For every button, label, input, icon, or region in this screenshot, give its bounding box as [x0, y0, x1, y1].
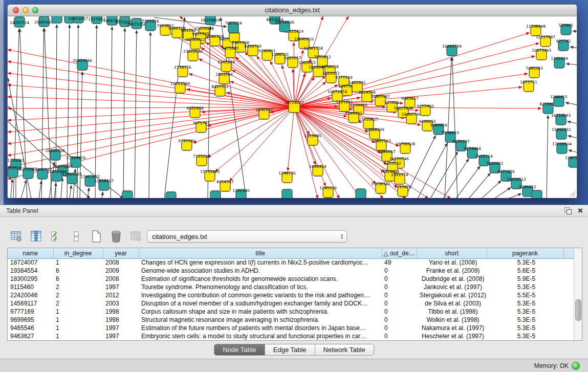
graph-edge[interactable]: [123, 28, 125, 198]
graph-node[interactable]: 1187533: [565, 156, 577, 167]
table-row[interactable]: 946554611997Estimation of the future num…: [8, 324, 574, 332]
graph-edge[interactable]: [298, 76, 325, 103]
graph-edge[interactable]: [494, 187, 511, 198]
table-cell[interactable]: 0: [382, 299, 417, 308]
column-header-out-degree[interactable]: △ out_de…: [382, 248, 417, 258]
table-cell[interactable]: 1: [53, 316, 103, 324]
table-cell[interactable]: 2012: [103, 291, 139, 299]
table-cell[interactable]: 9115460: [8, 283, 53, 291]
window-titlebar[interactable]: citations_edges.txt: [8, 5, 577, 16]
column-header-name[interactable]: name: [8, 248, 53, 258]
graph-node[interactable]: [532, 190, 542, 198]
graph-edge[interactable]: [70, 185, 71, 198]
graph-node[interactable]: 20206536: [46, 148, 65, 160]
table-cell[interactable]: 0: [382, 283, 417, 291]
graph-node[interactable]: 1513445: [304, 134, 321, 145]
table-cell[interactable]: Wolkin et al. (1998): [417, 316, 487, 324]
table-cell[interactable]: Investigating the contribution of common…: [139, 291, 382, 299]
table-cell[interactable]: 14569117: [8, 299, 53, 308]
table-row[interactable]: 2242004622012Investigating the contribut…: [8, 291, 574, 299]
graph-edge[interactable]: [8, 78, 31, 198]
graph-node[interactable]: [52, 16, 62, 23]
graph-edge[interactable]: [565, 102, 577, 105]
table-cell[interactable]: 2: [53, 283, 103, 291]
graph-edge[interactable]: [288, 113, 294, 171]
table-cell[interactable]: Estimation of significance thresholds fo…: [139, 275, 382, 283]
graph-edge[interactable]: [445, 57, 451, 198]
column-header-title[interactable]: title: [139, 248, 382, 258]
table-cell[interactable]: 0: [382, 324, 417, 332]
table-cell[interactable]: Genome-wide association studies in ADHD.: [139, 267, 382, 275]
graph-node[interactable]: 7485083: [526, 66, 543, 78]
table-row[interactable]: 1830029562008Estimation of significance …: [8, 275, 574, 283]
table-cell[interactable]: 5.3E-5: [487, 258, 563, 267]
graph-node[interactable]: 12213389: [170, 81, 190, 93]
graph-node[interactable]: 15136141: [371, 182, 390, 193]
table-cell[interactable]: 1: [53, 332, 103, 340]
table-cell[interactable]: 1998: [103, 308, 139, 316]
graph-node[interactable]: 18807293: [372, 139, 391, 150]
float-panel-icon[interactable]: [564, 207, 572, 214]
column-visibility-icon[interactable]: [29, 229, 43, 244]
window-resize-grip[interactable]: [569, 190, 576, 197]
graph-edge[interactable]: [568, 136, 577, 138]
graph-edge[interactable]: [8, 85, 289, 106]
graph-edge[interactable]: [296, 113, 318, 198]
table-cell[interactable]: Disruption of a novel member of a sodium…: [139, 299, 382, 308]
network-canvas[interactable]: 1872400779638228960128891293232260589827…: [8, 16, 577, 198]
delete-column-icon[interactable]: [109, 229, 123, 244]
graph-node[interactable]: 1830202: [255, 107, 273, 119]
graph-edge[interactable]: [418, 143, 447, 198]
table-row[interactable]: 969969511998Structural magnetic resonanc…: [8, 316, 574, 324]
graph-node[interactable]: 1141639: [551, 56, 568, 68]
table-mode-icon[interactable]: [9, 229, 24, 244]
graph-edge[interactable]: [11, 179, 12, 198]
graph-edge[interactable]: [8, 107, 289, 108]
graph-node[interactable]: 9731540: [178, 139, 195, 150]
table-cell[interactable]: 5.3E-5: [487, 324, 563, 332]
graph-node[interactable]: 2718176: [174, 65, 191, 77]
column-header-year[interactable]: year: [103, 248, 139, 258]
new-column-icon[interactable]: [89, 229, 103, 244]
graph-node[interactable]: 1248136: [278, 171, 296, 183]
close-panel-icon[interactable]: ×: [578, 206, 583, 215]
table-cell[interactable]: 5.5E-5: [487, 291, 563, 299]
column-header-pagerank[interactable]: pagerank: [487, 248, 563, 258]
graph-edge[interactable]: [430, 151, 458, 198]
table-cell[interactable]: 5.3E-5: [487, 283, 563, 291]
table-cell[interactable]: 1998: [103, 316, 139, 324]
graph-node[interactable]: [210, 191, 221, 198]
table-cell[interactable]: Corpus callosum shape and size in male p…: [139, 308, 382, 316]
tab-node-table[interactable]: Node Table: [214, 344, 265, 355]
column-header-in-degree[interactable]: in_degree: [53, 248, 103, 258]
graph-edge[interactable]: [573, 31, 577, 32]
graph-node[interactable]: 927745: [556, 39, 571, 51]
table-cell[interactable]: 5.3E-5: [487, 332, 563, 340]
table-cell[interactable]: Embryonic stem cells: a model to study s…: [139, 332, 382, 340]
table-row[interactable]: 946362711997Embryonic stem cells: a mode…: [8, 332, 574, 340]
graph-node[interactable]: 10688609: [365, 127, 384, 139]
column-header-short[interactable]: short: [417, 248, 487, 258]
graph-edge[interactable]: [570, 47, 577, 48]
table-cell[interactable]: Yano et al. (2008): [417, 258, 487, 267]
table-cell[interactable]: 2008: [103, 275, 139, 283]
graph-node[interactable]: 3671761: [192, 121, 210, 133]
graph-edge[interactable]: [149, 32, 150, 198]
table-cell[interactable]: 1: [53, 324, 103, 332]
graph-edge[interactable]: [8, 107, 289, 132]
table-cell[interactable]: 5.6E-5: [487, 267, 563, 275]
graph-edge[interactable]: [8, 61, 289, 106]
table-cell[interactable]: 1997: [103, 324, 139, 332]
table-cell[interactable]: Tibbo et al. (1998): [417, 308, 487, 316]
graph-edge[interactable]: [8, 97, 289, 107]
table-cell[interactable]: 0: [382, 291, 417, 299]
table-cell[interactable]: 0: [382, 332, 417, 340]
graph-edge[interactable]: [39, 181, 41, 198]
graph-node[interactable]: 17016504: [552, 142, 572, 154]
table-panel-header[interactable]: Table Panel ×: [0, 205, 588, 217]
network-view[interactable]: 1872400779638228960128891293232260589827…: [8, 16, 577, 198]
table-cell[interactable]: 9465546: [8, 324, 53, 332]
table-row[interactable]: 1456911722003Disruption of a novel membe…: [8, 299, 574, 308]
graph-edge[interactable]: [215, 111, 290, 172]
table-cell[interactable]: 2009: [103, 267, 139, 275]
